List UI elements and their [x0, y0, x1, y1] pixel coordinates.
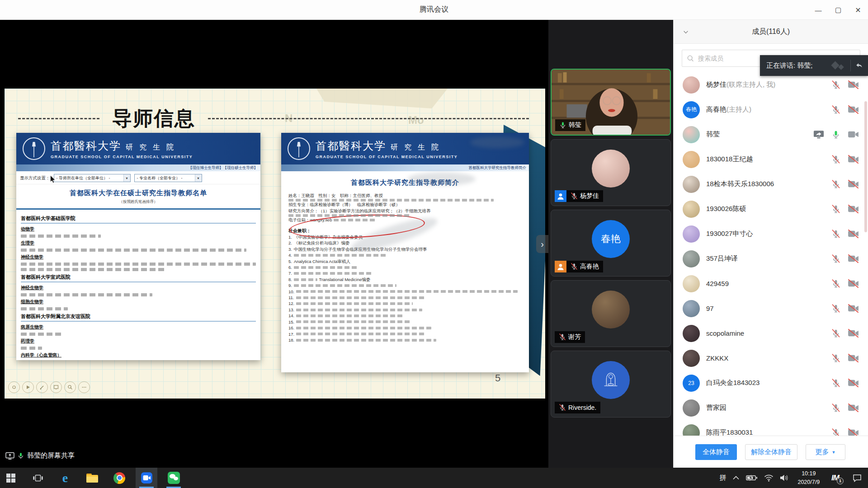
camera-off-icon[interactable] — [848, 329, 859, 338]
ime-indicator[interactable]: 拼 — [716, 468, 729, 488]
member-list-scrollbar[interactable] — [864, 101, 867, 232]
camera-off-icon[interactable] — [848, 205, 859, 213]
collapse-panel-tab[interactable]: › — [536, 235, 548, 253]
file-explorer-button[interactable] — [81, 468, 103, 488]
camera-off-icon[interactable] — [848, 254, 859, 263]
member-row[interactable]: 1930027申寸心 — [674, 221, 868, 246]
unmute-all-button[interactable]: 解除全体静音 — [745, 444, 797, 460]
member-row[interactable]: scopolamine — [674, 321, 868, 346]
more-icon[interactable] — [78, 381, 90, 393]
camera-off-icon[interactable] — [848, 404, 859, 412]
mic-muted-icon[interactable] — [831, 379, 840, 388]
close-button[interactable]: ✕ — [848, 0, 868, 20]
member-row[interactable]: 杨梦佳(联席主持人, 我) — [674, 72, 868, 97]
member-name: scopolamine — [706, 329, 831, 337]
mute-all-button[interactable]: 全体静音 — [695, 444, 737, 460]
pen-icon[interactable] — [36, 381, 48, 393]
mic-on-icon[interactable] — [831, 130, 840, 139]
member-row[interactable]: 韩莹 — [674, 122, 868, 147]
camera-off-icon[interactable] — [848, 105, 859, 114]
task-view-button[interactable] — [27, 468, 49, 488]
member-row[interactable]: ZKKKX — [674, 346, 868, 371]
mic-muted-icon[interactable] — [831, 428, 840, 436]
minimize-button[interactable]: — — [808, 0, 828, 20]
major-dropdown[interactable]: - 专业名称（全部专业） -▼ — [134, 174, 202, 182]
member-row[interactable]: 18检本韩天乐1830006 — [674, 172, 868, 197]
more-button[interactable]: 更多▼ — [806, 444, 845, 460]
video-tile[interactable]: 杨梦佳 — [551, 139, 671, 206]
network-status[interactable] — [761, 468, 777, 488]
mic-muted-icon[interactable] — [831, 180, 840, 189]
start-button[interactable] — [0, 468, 22, 488]
camera-off-icon[interactable] — [848, 428, 859, 436]
chrome-button[interactable] — [108, 468, 130, 488]
chevron-down-icon[interactable] — [681, 27, 691, 37]
member-row[interactable]: 429459 — [674, 271, 868, 296]
camera-off-icon[interactable] — [848, 80, 859, 89]
edge-browser-button[interactable]: e — [54, 468, 76, 488]
blurred-text — [296, 290, 518, 293]
video-tile[interactable]: 谢芳 — [551, 280, 671, 347]
im-app-icon[interactable]: IM1 — [831, 474, 839, 483]
mic-muted-icon[interactable] — [831, 304, 840, 313]
camera-off-icon[interactable] — [848, 304, 859, 313]
camera-off-icon[interactable] — [848, 354, 859, 362]
camera-on-icon[interactable] — [848, 130, 859, 139]
mic-muted-icon[interactable] — [831, 404, 840, 413]
tencent-meeting-window: 腾讯会议 — ▢ ✕ 导师信息 N Mo — [0, 0, 868, 488]
clock-time: 10:19 — [797, 469, 820, 478]
battery-status[interactable] — [743, 468, 761, 488]
list-number: 16. — [288, 325, 294, 331]
mic-muted-icon[interactable] — [831, 80, 840, 89]
member-row[interactable]: 97 — [674, 296, 868, 321]
mic-muted-icon[interactable] — [571, 192, 578, 200]
camera-off-icon[interactable] — [848, 180, 859, 188]
mic-muted-icon[interactable] — [559, 333, 566, 341]
mic-muted-icon[interactable] — [831, 329, 840, 338]
camera-off-icon[interactable] — [848, 379, 859, 387]
board-icon[interactable] — [50, 381, 62, 393]
wechat-taskbar-button[interactable] — [163, 468, 184, 488]
video-tile[interactable]: 春艳高春艳 — [551, 210, 671, 277]
member-row[interactable]: 1830018王纪越 — [674, 147, 868, 172]
mic-muted-icon[interactable] — [831, 105, 840, 114]
camera-off-icon[interactable] — [848, 230, 859, 238]
doc-subtitle: （按照姓氏笔画排序） — [16, 199, 260, 205]
folder-icon — [86, 474, 98, 483]
camera-off-icon[interactable] — [848, 279, 859, 288]
video-tile[interactable]: Riverside. — [551, 351, 671, 418]
member-row[interactable]: 357吕坤译 — [674, 246, 868, 271]
blurred-text — [296, 320, 410, 323]
mic-muted-icon[interactable] — [831, 354, 840, 363]
mic-muted-icon[interactable] — [571, 263, 578, 270]
tencent-meeting-taskbar-button[interactable] — [136, 468, 157, 488]
member-row[interactable]: 曹家园 — [674, 395, 868, 420]
mic-muted-icon[interactable] — [559, 404, 566, 411]
tray-expand-button[interactable] — [729, 468, 743, 488]
member-row[interactable]: 23白玛央金1843023 — [674, 371, 868, 395]
mic-muted-icon[interactable] — [831, 279, 840, 288]
volume-status[interactable] — [777, 468, 793, 488]
play-icon[interactable] — [22, 381, 34, 393]
unit-dropdown[interactable]: - 导师所在单位（全部单位） -▼ — [54, 174, 131, 182]
video-tile[interactable]: 韩莹 — [551, 69, 671, 136]
return-arrow-icon[interactable] — [854, 61, 863, 70]
zoom-icon[interactable] — [64, 381, 76, 393]
mic-muted-icon[interactable] — [831, 230, 840, 239]
action-center-button[interactable] — [846, 468, 868, 488]
mic-on-icon[interactable] — [559, 122, 566, 129]
avatar: 春艳 — [683, 101, 700, 118]
hand-icon[interactable] — [8, 381, 20, 393]
member-row[interactable]: 春艳高春艳(主持人) — [674, 97, 868, 122]
caret-down-icon: ▼ — [832, 450, 836, 455]
mic-muted-icon[interactable] — [831, 254, 840, 263]
mic-muted-icon[interactable] — [831, 205, 840, 214]
member-row[interactable]: 1930026陈硕 — [674, 197, 868, 221]
member-row[interactable]: 陈雨平1830031 — [674, 420, 868, 436]
camera-off-icon[interactable] — [848, 155, 859, 164]
taskbar-clock[interactable]: 10:19 2020/7/9 — [793, 469, 824, 486]
maximize-button[interactable]: ▢ — [828, 0, 848, 20]
mic-muted-icon[interactable] — [831, 155, 840, 164]
avatar — [683, 275, 700, 292]
blurred-text — [296, 302, 413, 305]
